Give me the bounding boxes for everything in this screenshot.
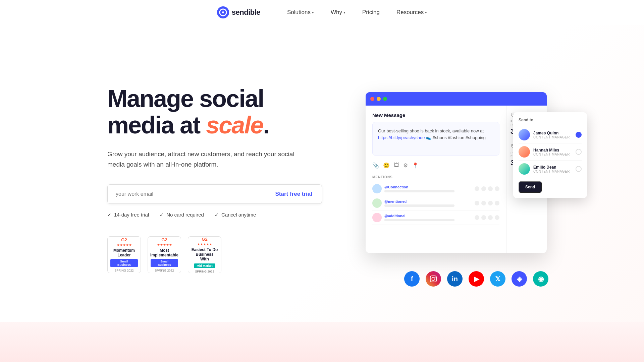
new-message-label: New Message (372, 112, 499, 118)
nav-pricing[interactable]: Pricing (362, 6, 380, 18)
benefits-list: ✓ 14-day free trial ✓ No card required ✓… (107, 212, 322, 218)
mention-text (384, 219, 454, 221)
avatar-james (519, 129, 530, 140)
settings-icon[interactable]: ⚙ (403, 162, 408, 169)
badge-momentum-leader: G2 ★★★★★ MomentumLeader Small Business S… (107, 236, 141, 273)
mentions-section: MENTIONS @Connection (372, 171, 499, 229)
linkedin-icon[interactable]: in (447, 271, 463, 287)
message-input-box[interactable]: Our best-selling shoe is back in stock, … (372, 122, 499, 156)
message-toolbar: 📎 🙂 🖼 ⚙ 📍 (372, 160, 499, 171)
person-role: CONTENT MANAGER (533, 135, 572, 139)
check-icon: ✓ (160, 212, 164, 218)
start-trial-button[interactable]: Start free trial (266, 185, 322, 203)
hero-right: New Message Our best-selling shoe is bac… (342, 92, 590, 266)
social-b2-icon[interactable]: ◉ (533, 271, 548, 287)
action-icon[interactable] (495, 201, 499, 205)
action-icon[interactable] (481, 201, 486, 205)
chevron-down-icon: ▾ (312, 10, 314, 15)
check-icon: ✓ (107, 212, 111, 218)
panel-topbar (366, 92, 547, 106)
action-icon[interactable] (475, 201, 479, 205)
avatar-hannah (519, 146, 530, 158)
badge-list: G2 ★★★★★ MomentumLeader Small Business S… (107, 236, 322, 273)
mention-avatar (372, 213, 382, 222)
mention-name: @mentioned (384, 199, 472, 203)
action-icon[interactable] (481, 186, 486, 191)
svg-point-4 (432, 277, 435, 280)
benefit-card: ✓ No card required (160, 212, 204, 218)
image-icon[interactable]: 🖼 (394, 162, 399, 169)
hero-left: Manage social media at scale. Grow your … (107, 85, 342, 273)
mockup-container: New Message Our best-selling shoe is bac… (366, 92, 567, 266)
window-dot-yellow (377, 97, 381, 101)
person-role: CONTENT MANAGER (533, 170, 572, 173)
chevron-down-icon: ▾ (425, 10, 427, 15)
instagram-icon[interactable] (426, 271, 441, 287)
benefit-cancel: ✓ Cancel anytime (215, 212, 256, 218)
send-to-label: Send to (519, 118, 582, 122)
badge-easiest: G2 ★★★★★ Easiest To DoBusiness With Mid-… (188, 236, 221, 273)
action-icon[interactable] (495, 186, 499, 191)
mention-item: @mentioned (372, 196, 499, 210)
chevron-down-icon: ▾ (343, 10, 345, 15)
select-radio[interactable] (576, 149, 582, 155)
location-icon[interactable]: 📍 (412, 162, 419, 169)
nav-solutions[interactable]: Solutions ▾ (287, 6, 314, 18)
facebook-icon[interactable]: f (404, 271, 420, 287)
attach-icon[interactable]: 📎 (372, 162, 379, 169)
send-to-panel: Send to James Quinn CONTENT MANAGER Hann… (513, 112, 587, 198)
hero-section: Manage social media at scale. Grow your … (0, 25, 644, 327)
mention-avatar (372, 198, 382, 208)
person-name: Emilio Dean (533, 165, 572, 170)
nav-resources[interactable]: Resources ▾ (396, 6, 427, 18)
mention-text (384, 190, 454, 192)
logo-text: sendible (232, 8, 260, 17)
mention-avatar (372, 184, 382, 193)
youtube-icon[interactable]: ▶ (469, 271, 484, 287)
person-role: CONTENT MANAGER (533, 153, 572, 156)
mention-text (384, 204, 454, 207)
hero-subtitle: Grow your audience, attract new customer… (107, 149, 295, 170)
emoji-icon[interactable]: 🙂 (383, 162, 390, 169)
mentions-label: MENTIONS (372, 175, 499, 179)
logo-icon (217, 6, 229, 18)
action-icon[interactable] (481, 215, 486, 220)
compose-area: New Message Our best-selling shoe is bac… (366, 106, 506, 253)
social-b1-icon[interactable]: ◈ (512, 271, 527, 287)
navbar: sendible Solutions ▾ Why ▾ Pricing Resou… (0, 0, 644, 25)
action-icon[interactable] (495, 215, 499, 220)
svg-point-5 (435, 277, 436, 278)
logo[interactable]: sendible (217, 6, 260, 18)
check-icon: ✓ (215, 212, 219, 218)
action-icon[interactable] (488, 215, 493, 220)
send-person-hannah: Hannah Miles CONTENT MANAGER (519, 143, 582, 161)
message-text: Our best-selling shoe is back in stock, … (378, 128, 494, 141)
benefit-trial: ✓ 14-day free trial (107, 212, 149, 218)
select-radio[interactable] (576, 166, 582, 172)
mention-item: @additional (372, 210, 499, 225)
social-icons-row: f in ▶ 𝕏 ◈ ◉ (366, 271, 587, 287)
send-person-james: James Quinn CONTENT MANAGER (519, 126, 582, 143)
person-name: Hannah Miles (533, 148, 572, 153)
svg-point-2 (222, 11, 224, 13)
bottom-strip (0, 322, 644, 362)
email-input[interactable] (108, 185, 266, 203)
window-dot-green (383, 97, 387, 101)
window-dot-red (370, 97, 374, 101)
mention-name: @Connection (384, 185, 472, 189)
send-button[interactable]: Send (519, 181, 542, 193)
mention-name: @additional (384, 214, 472, 218)
mention-item: @Connection (372, 182, 499, 196)
action-icon[interactable] (488, 201, 493, 205)
action-icon[interactable] (475, 186, 479, 191)
email-form: Start free trial (107, 184, 322, 204)
nav-why[interactable]: Why ▾ (331, 6, 345, 18)
avatar-emilio (519, 163, 530, 175)
badge-most-implementable: G2 ★★★★★ MostImplementable Small Busines… (148, 236, 181, 273)
twitter-icon[interactable]: 𝕏 (490, 271, 505, 287)
action-icon[interactable] (475, 215, 479, 220)
action-icon[interactable] (488, 186, 493, 191)
hero-title: Manage social media at scale. (107, 85, 322, 138)
send-person-emilio: Emilio Dean CONTENT MANAGER (519, 161, 582, 177)
select-radio[interactable] (576, 132, 582, 138)
